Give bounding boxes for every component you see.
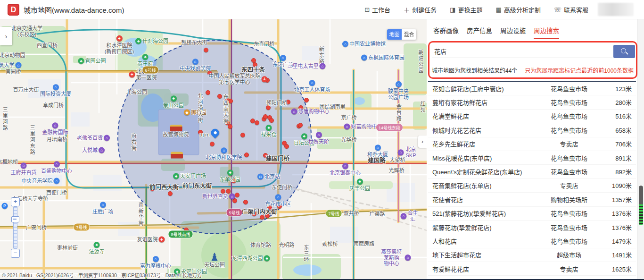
result-name: 蔓垳有家花坊鲜花店 (428, 98, 539, 107)
search-button[interactable] (613, 45, 635, 58)
nav-contact-support-label: 联系客服 (564, 5, 588, 14)
tab-nearby-facilities[interactable]: 周边设施 (500, 25, 526, 39)
result-name: 花如言鲜花店(王府中寰店) (428, 84, 539, 93)
result-row[interactable]: 蔓垳有家花坊鲜花店花鸟鱼虫市场280米 (428, 95, 636, 109)
header-nav: ⊡ 工作台 ＋ 创建任务 ◨ 更换主题 ▦ 高级分析定制 ☏ 联系客服 (364, 0, 588, 19)
result-category: 专卖店 (539, 181, 599, 190)
result-name: 倾城时光花艺花店 (428, 126, 539, 135)
result-name: 花使者花店 (428, 195, 539, 204)
result-category: 超级市场 (539, 250, 599, 259)
result-category: 花鸟鱼虫市场 (539, 223, 599, 232)
search-icon-handle (626, 52, 628, 55)
result-category: 花鸟鱼虫市场 (539, 153, 599, 162)
result-row[interactable]: 有爱鲜花花店专卖店1625米 (428, 262, 636, 276)
monitor-icon: ⊡ (364, 6, 370, 13)
result-row[interactable]: 花满堂鲜花店花鸟鱼虫市场516米 (428, 110, 636, 123)
result-name: 紫藤花坊(挚爱鲜花店) (428, 223, 539, 232)
result-row[interactable]: 521(紫藤花坊)(挚爱鲜花店)花鸟鱼虫市场1376米 (428, 207, 636, 221)
result-row[interactable]: 倾城时光花艺花店花鸟鱼虫市场658米 (428, 123, 636, 137)
result-row[interactable]: Miss花暖花店(东单店)花鸟鱼虫市场891米 (428, 151, 636, 165)
app-logo: D (8, 4, 19, 16)
result-row[interactable]: Queen\'s定制花朵鲜花店(东单店)花鸟鱼虫市场892米 (428, 165, 636, 178)
result-distance: 1625米 (599, 264, 636, 273)
nav-advanced-analysis-label: 高级分析定制 (504, 5, 541, 14)
result-row[interactable]: 花如言鲜花店(王府中寰店)花鸟鱼虫市场123米 (428, 82, 636, 95)
scrollbar-thumb[interactable] (639, 186, 643, 225)
map-zoom-control: + − (11, 197, 20, 258)
result-row[interactable]: 花乡先生鲜花店专卖店706米 (428, 137, 636, 151)
result-category: 花鸟鱼虫市场 (539, 126, 599, 135)
result-row[interactable]: 地下生活超市花店超级市场1491米 (428, 248, 636, 262)
result-distance: 658米 (599, 126, 636, 135)
zoom-slider-track[interactable] (13, 206, 17, 249)
result-name: 花满堂鲜花店 (428, 111, 539, 120)
nav-advanced-analysis[interactable]: ▦ 高级分析定制 (495, 5, 540, 14)
redacted-user-info (598, 3, 634, 16)
result-name: Queen\'s定制花朵鲜花店(东单店) (428, 167, 539, 176)
result-row[interactable]: 花使者花店购物相关场所1357米 (428, 193, 636, 206)
result-row[interactable]: 紫藤花坊(挚爱鲜花店)花鸟鱼虫市场1376米 (428, 221, 636, 234)
map-type-hybrid-button[interactable]: 混合 (402, 29, 416, 40)
search-input[interactable] (432, 45, 612, 58)
results-count-text: 城市地图为您找到相关结果约44个 (432, 66, 517, 74)
tab-customer-profile[interactable]: 客群画像 (433, 25, 459, 39)
theme-icon: ◨ (450, 6, 455, 13)
result-distance: 706米 (599, 139, 636, 148)
result-category: 花鸟鱼虫市场 (539, 98, 599, 107)
result-distance: 280米 (599, 98, 636, 107)
page-scrollbar[interactable] (637, 19, 644, 280)
result-category: 专卖店 (539, 139, 599, 148)
nav-change-theme[interactable]: ◨ 更换主题 (450, 5, 482, 14)
result-name: 花音集鲜花店(东单店) (428, 181, 539, 190)
nav-create-task[interactable]: ＋ 创建任务 (404, 5, 437, 14)
result-distance: 123米 (599, 84, 636, 93)
result-name: 人和花店 (428, 237, 539, 246)
result-category: 花鸟鱼虫市场 (539, 111, 599, 120)
nav-workbench[interactable]: ⊡ 工作台 (364, 5, 390, 14)
result-category: 花鸟鱼虫市场 (539, 209, 599, 218)
result-category: 购物相关场所 (539, 195, 599, 204)
result-row[interactable]: 人和花店花鸟鱼虫市场1479米 (428, 234, 636, 248)
result-distance: 1090米 (599, 181, 636, 190)
result-name: 花乡先生鲜花店 (428, 139, 539, 148)
result-distance: 892米 (599, 167, 636, 176)
result-distance: 1357米 (599, 195, 636, 204)
zoom-out-button[interactable]: − (11, 249, 20, 258)
result-name: 地下生活超市花店 (428, 250, 539, 259)
plus-icon: ＋ (404, 5, 410, 14)
result-distance: 516米 (599, 111, 636, 120)
result-distance: 1479米 (599, 237, 636, 246)
result-distance: 891米 (599, 153, 636, 162)
tab-nearby-search[interactable]: 周边搜索 (534, 25, 559, 39)
tab-property-info[interactable]: 房产信息 (467, 25, 492, 39)
right-panel-collapse-button[interactable]: › (418, 136, 427, 148)
search-panel: 客群画像 房产信息 周边设施 周边搜索 城市地图为您找到相关结果约44个 只为您… (427, 19, 637, 280)
nav-workbench-label: 工作台 (372, 5, 390, 14)
result-category: 专卖店 (539, 264, 599, 273)
nav-change-theme-label: 更换主题 (458, 5, 482, 14)
result-row[interactable]: 花音集鲜花店(东单店)专卖店1090米 (428, 179, 636, 193)
panel-tabs: 客群画像 房产信息 周边设施 周边搜索 (433, 25, 559, 39)
result-category: 花鸟鱼虫市场 (539, 84, 599, 93)
headset-icon: ☏ (554, 6, 561, 13)
results-summary: 城市地图为您找到相关结果约44个 只为您展示距离标记点最近的前1000条数据 (432, 66, 634, 74)
result-distance: 1376米 (599, 223, 636, 232)
map-type-map-button[interactable]: 地图 (387, 29, 402, 40)
result-name: 521(紫藤花坊)(挚爱鲜花店) (428, 209, 539, 218)
map-canvas[interactable]: 北京交通大学 (东校区)西直门桥北京动物园⌂建筑大学+积水潭医院 (新街口院区)… (0, 19, 427, 280)
map-copyright: © 2021 Baidu - GS(2021)6026号 - 甲测资字11009… (2, 272, 202, 279)
results-list: 花如言鲜花店(王府中寰店)花鸟鱼虫市场123米蔓垳有家花坊鲜花店花鸟鱼虫市场28… (428, 81, 636, 280)
result-category: 花鸟鱼虫市场 (539, 167, 599, 176)
page-title: 城市地图(www.data-dance.com) (24, 5, 124, 15)
app-window: D 城市地图(www.data-dance.com) ⊡ 工作台 ＋ 创建任务 … (0, 0, 644, 280)
result-distance: 1491米 (599, 250, 636, 259)
results-limit-text: 只为您展示距离标记点最近的前1000条数据 (525, 66, 634, 74)
map-base-layer (0, 19, 427, 280)
map-type-toggle: 地图 混合 (387, 29, 416, 40)
zoom-slider-thumb[interactable] (11, 216, 19, 222)
calendar-icon: ▦ (495, 6, 501, 13)
result-name: 有爱鲜花花店 (428, 264, 539, 273)
zoom-in-button[interactable]: + (11, 197, 20, 206)
nav-contact-support[interactable]: ☏ 联系客服 (554, 5, 588, 14)
left-panel-expand-button[interactable]: › (0, 27, 12, 45)
